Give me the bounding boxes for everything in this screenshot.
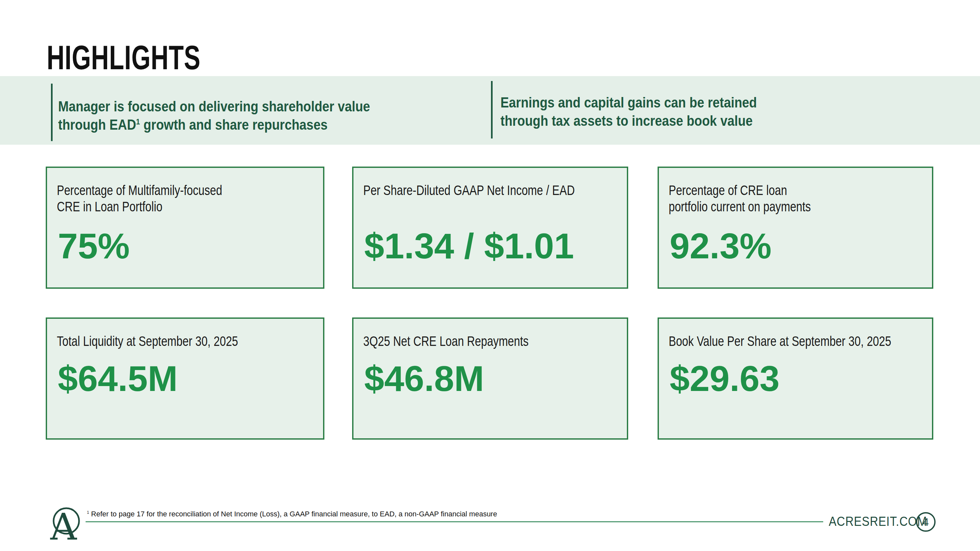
acres-logo-letter: A	[50, 507, 77, 542]
slide-page: HIGHLIGHTS Manager is focused on deliver…	[0, 0, 980, 551]
stat-card-multifamily-cre: Percentage of Multifamily-focused CRE in…	[46, 167, 325, 289]
footnote-superscript: 1	[87, 510, 89, 515]
page-title: HIGHLIGHTS	[47, 41, 200, 75]
left-statement: Manager is focused on delivering shareho…	[58, 97, 370, 134]
right-statement: Earnings and capital gains can be retain…	[500, 94, 757, 130]
stat-card-label-line1: Percentage of CRE loan	[669, 183, 787, 198]
page-number-badge: 4	[916, 512, 935, 532]
stat-card-value: $64.5M	[58, 360, 178, 397]
stat-card-label-line1: Percentage of Multifamily-focused	[57, 183, 222, 198]
stat-card-label: 3Q25 Net CRE Loan Repayments	[363, 333, 569, 349]
footnote-marker: 1	[136, 117, 140, 126]
stat-card-label-line1: 3Q25 Net CRE Loan Repayments	[363, 333, 528, 349]
stat-card-total-liquidity: Total Liquidity at September 30, 2025 $6…	[46, 318, 325, 440]
stat-card-label: Total Liquidity at September 30, 2025	[57, 333, 265, 349]
stat-card-portfolio-current: Percentage of CRE loan portfolio current…	[657, 167, 933, 289]
stat-card-label: Per Share-Diluted GAAP Net Income / EAD	[363, 182, 569, 198]
stat-card-label-line2: portfolio current on payments	[669, 199, 811, 214]
stat-card-loan-repayments: 3Q25 Net CRE Loan Repayments $46.8M	[352, 318, 628, 440]
footnote: 1 Refer to page 17 for the reconciliatio…	[87, 510, 497, 518]
right-statement-line1: Earnings and capital gains can be retain…	[500, 94, 757, 111]
left-statement-line2-post: growth and share repurchases	[140, 116, 327, 133]
stat-card-label-line1: Total Liquidity at September 30, 2025	[57, 333, 238, 349]
stat-card-label: Percentage of Multifamily-focused CRE in…	[57, 182, 265, 215]
stat-card-value: 92.3%	[670, 228, 772, 264]
left-statement-line2-pre: through EAD	[58, 116, 136, 133]
footer-rule	[86, 521, 823, 522]
stat-card-label-line1: Book Value Per Share at September 30, 20…	[669, 333, 891, 349]
stat-card-label: Book Value Per Share at September 30, 20…	[669, 333, 874, 349]
stat-card-value: 75%	[58, 228, 130, 264]
stat-card-book-value: Book Value Per Share at September 30, 20…	[657, 318, 933, 440]
stat-card-per-share-income: Per Share-Diluted GAAP Net Income / EAD …	[352, 167, 628, 289]
website-url: ACRESREIT.COM	[829, 514, 927, 529]
stat-card-label-line2: CRE in Loan Portfolio	[57, 199, 162, 214]
stat-card-value: $1.34 / $1.01	[364, 228, 574, 264]
page-number: 4	[923, 516, 929, 529]
right-statement-divider	[491, 81, 493, 138]
left-statement-line1: Manager is focused on delivering shareho…	[58, 98, 370, 114]
stat-card-value: $29.63	[670, 360, 780, 397]
stat-card-label-line1: Per Share-Diluted GAAP Net Income / EAD	[363, 183, 574, 198]
acres-logo: A	[48, 507, 80, 542]
highlight-band: Manager is focused on delivering shareho…	[0, 76, 980, 145]
stat-card-label: Percentage of CRE loan portfolio current…	[669, 182, 874, 215]
left-statement-divider	[51, 84, 52, 141]
footnote-text: Refer to page 17 for the reconciliation …	[89, 510, 497, 518]
right-statement-line2: through tax assets to increase book valu…	[500, 112, 752, 129]
stat-card-value: $46.8M	[364, 360, 484, 397]
